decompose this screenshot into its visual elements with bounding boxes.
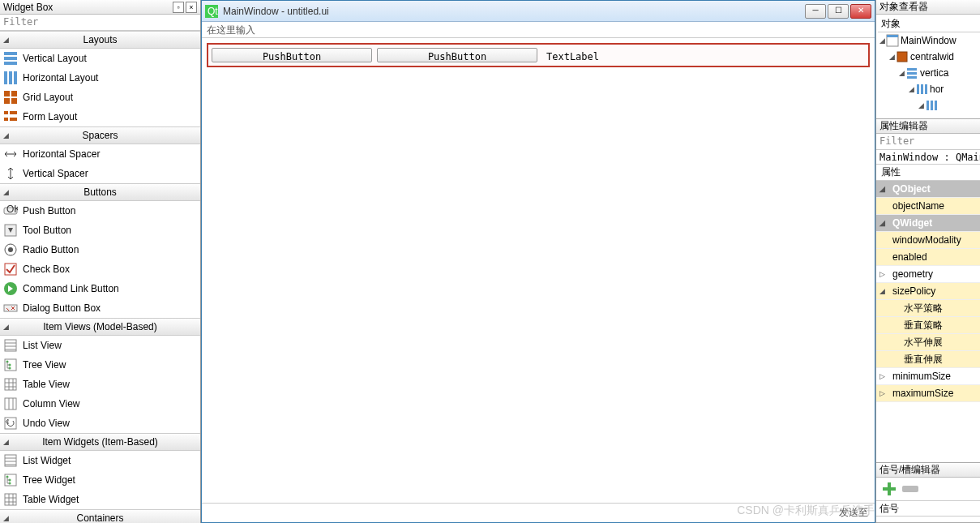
property-row-minimumSize[interactable]: ▷minimumSize — [876, 368, 980, 385]
widget-tool-button[interactable]: Tool Button — [0, 221, 200, 240]
widget-tree-widget[interactable]: Tree Widget — [0, 470, 200, 490]
widget-vertical-spacer[interactable]: Vertical Spacer — [0, 164, 200, 183]
textlabel-1[interactable]: TextLabel — [542, 48, 865, 62]
svg-rect-57 — [907, 68, 917, 71]
object-tree-item[interactable]: ◢centralwid — [878, 49, 980, 65]
widget-label: Radio Button — [23, 244, 79, 255]
svg-rect-9 — [11, 98, 17, 104]
property-row-QWidget[interactable]: ◢QWidget — [876, 215, 980, 232]
widget-box-list: ◢LayoutsVertical LayoutHorizontal Layout… — [0, 31, 200, 523]
object-tree-item[interactable]: ◢hor — [878, 81, 980, 97]
expand-icon[interactable]: ◢ — [907, 85, 915, 93]
widget-table-view[interactable]: Table View — [0, 375, 200, 394]
check-box-icon — [3, 262, 18, 277]
widget-check-box[interactable]: Check Box — [0, 259, 200, 279]
category-item-views-model-based-[interactable]: ◢Item Views (Model-Based) — [0, 318, 200, 336]
preview-statusbar: 发送至 — [202, 503, 875, 522]
widget-radio-button[interactable]: Radio Button — [0, 240, 200, 259]
expand-icon[interactable]: ◢ — [917, 101, 925, 109]
tree-widget-icon — [3, 473, 18, 487]
widget-column-view[interactable]: Column View — [0, 394, 200, 414]
preview-window: Qt MainWindow - untitled.ui ─ ☐ ✕ 在这里输入 … — [201, 0, 875, 523]
svg-text:OK: OK — [6, 204, 18, 215]
property-row--[interactable]: 水平策略 — [876, 300, 980, 317]
signal-slot-col[interactable]: 信号 — [876, 500, 980, 517]
object-inspector-col-object[interactable]: 对象 — [878, 16, 980, 32]
add-connection-button[interactable] — [881, 481, 897, 497]
widget-label: Dialog Button Box — [23, 302, 101, 314]
design-surface[interactable]: PushButton PushButton TextLabel — [202, 38, 875, 503]
object-name: hor — [930, 84, 944, 95]
widget-label: Check Box — [23, 264, 70, 275]
expand-icon[interactable]: ▷ — [879, 372, 889, 380]
object-tree-item[interactable]: ◢vertica — [878, 65, 980, 81]
maximize-button[interactable]: ☐ — [828, 4, 849, 19]
qt-logo-icon: Qt — [205, 5, 218, 18]
remove-connection-button[interactable] — [902, 486, 918, 492]
send-to-label[interactable]: 发送至 — [839, 506, 868, 520]
widget-list-view[interactable]: List View — [0, 336, 200, 355]
widget-grid-layout[interactable]: Grid Layout — [0, 88, 200, 107]
signal-slot-editor: 信号 — [876, 478, 980, 523]
category-item-widgets-item-based-[interactable]: ◢Item Widgets (Item-Based) — [0, 433, 200, 451]
widget-list-widget[interactable]: List Widget — [0, 451, 200, 470]
widget-form-layout[interactable]: Form Layout — [0, 107, 200, 126]
vertical-spacer-icon — [3, 166, 18, 181]
expand-icon[interactable]: ◢ — [897, 69, 905, 77]
svg-rect-6 — [4, 91, 10, 96]
widget-vertical-layout[interactable]: Vertical Layout — [0, 49, 200, 68]
property-row-objectName[interactable]: objectName — [876, 198, 980, 215]
expand-icon[interactable]: ◢ — [879, 287, 889, 295]
category-layouts[interactable]: ◢Layouts — [0, 31, 200, 49]
widget-command-link-button[interactable]: Command Link Button — [0, 279, 200, 298]
property-row-windowModality[interactable]: windowModality — [876, 232, 980, 249]
widget-label: Undo View — [23, 418, 70, 429]
widget-dialog-button-box[interactable]: Dialog Button Box — [0, 298, 200, 318]
pushbutton-2[interactable]: PushButton — [377, 48, 537, 62]
close-button[interactable]: ✕ — [850, 4, 871, 19]
expand-icon: ◢ — [3, 514, 9, 522]
pushbutton-1[interactable]: PushButton — [212, 48, 372, 62]
widget-horizontal-spacer[interactable]: Horizontal Spacer — [0, 144, 200, 164]
expand-icon[interactable]: ◢ — [879, 185, 889, 193]
widget-table-widget[interactable]: Table Widget — [0, 490, 200, 509]
dock-close-button[interactable]: × — [186, 2, 197, 13]
widget-label: List View — [23, 340, 62, 351]
property-row--[interactable]: 水平伸展 — [876, 334, 980, 351]
category-containers[interactable]: ◢Containers — [0, 509, 200, 523]
expand-icon[interactable]: ▷ — [879, 389, 889, 397]
property-row-sizePolicy[interactable]: ◢sizePolicy — [876, 283, 980, 300]
object-tree-item[interactable]: ◢ — [878, 97, 980, 114]
expand-icon[interactable]: ◢ — [888, 53, 896, 61]
widget-horizontal-layout[interactable]: Horizontal Layout — [0, 68, 200, 88]
expand-icon[interactable]: ◢ — [879, 219, 889, 227]
widget-label: Vertical Layout — [23, 53, 87, 64]
property-row-QObject[interactable]: ◢QObject — [876, 181, 980, 198]
svg-rect-0 — [4, 52, 17, 55]
property-row--[interactable]: 垂直策略 — [876, 317, 980, 334]
widget-box-filter-input[interactable]: Filter — [0, 15, 200, 31]
category-spacers[interactable]: ◢Spacers — [0, 126, 200, 144]
property-col-name[interactable]: 属性 — [876, 165, 980, 181]
object-inspector: 对象 ◢MainWindow◢centralwid◢vertica◢hor◢ — [876, 15, 980, 119]
widget-label: Vertical Spacer — [23, 168, 88, 179]
widget-push-button[interactable]: OKPush Button — [0, 201, 200, 221]
menubar-type-here[interactable]: 在这里输入 — [202, 22, 875, 38]
widget-tree-view[interactable]: Tree View — [0, 355, 200, 375]
widget-label: Tree Widget — [23, 474, 75, 486]
minimize-button[interactable]: ─ — [805, 4, 826, 19]
category-buttons[interactable]: ◢Buttons — [0, 183, 200, 201]
property-row--[interactable]: 垂直伸展 — [876, 351, 980, 368]
tool-button-icon — [3, 223, 18, 238]
property-row-geometry[interactable]: ▷geometry — [876, 266, 980, 283]
property-filter-input[interactable]: Filter — [876, 134, 980, 150]
property-row-enabled[interactable]: enabled — [876, 249, 980, 266]
expand-icon[interactable]: ▷ — [879, 270, 889, 278]
widget-label: Push Button — [23, 205, 75, 216]
object-tree-item[interactable]: ◢MainWindow — [878, 32, 980, 49]
expand-icon[interactable]: ◢ — [878, 36, 886, 45]
dock-float-button[interactable]: ▫ — [173, 2, 184, 13]
selected-horizontal-layout[interactable]: PushButton PushButton TextLabel — [207, 43, 870, 67]
widget-undo-view[interactable]: Undo View — [0, 414, 200, 433]
property-row-maximumSize[interactable]: ▷maximumSize — [876, 385, 980, 402]
